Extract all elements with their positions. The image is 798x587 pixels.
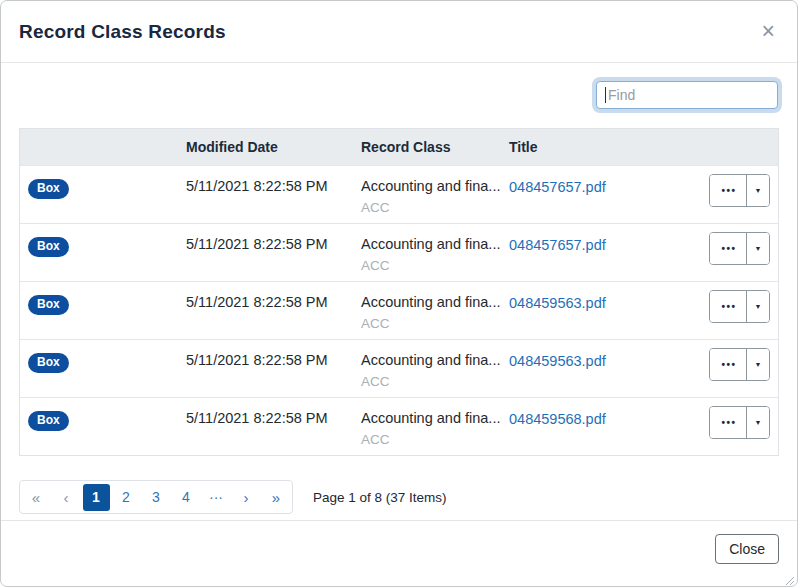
dialog-body: Modified Date Record Class Title Box 5/1… <box>1 63 797 520</box>
record-class-records-dialog: Record Class Records × Modified Date Rec… <box>0 0 798 587</box>
record-class-code: ACC <box>361 200 509 215</box>
ellipsis-icon: ••• <box>721 302 736 312</box>
page-info: Page 1 of 8 (37 Items) <box>313 490 447 505</box>
page-ellipsis-button[interactable]: ··· <box>203 484 230 511</box>
caret-down-icon: ▼ <box>755 361 762 368</box>
record-class-code: ACC <box>361 432 509 447</box>
table-row: Box 5/11/2021 8:22:58 PM Accounting and … <box>20 223 778 281</box>
document-link[interactable]: 048457657.pdf <box>509 237 606 253</box>
record-class-cell: Accounting and fina... ACC <box>361 294 509 331</box>
modified-date-cell: 5/11/2021 8:22:58 PM <box>186 410 361 426</box>
records-table: Modified Date Record Class Title Box 5/1… <box>19 128 779 456</box>
actions-dropdown-button[interactable]: ▼ <box>747 407 769 438</box>
dialog-header: Record Class Records × <box>1 1 797 63</box>
record-class-name: Accounting and fina... <box>361 178 509 194</box>
modified-date-cell: 5/11/2021 8:22:58 PM <box>186 178 361 194</box>
caret-down-icon: ▼ <box>755 303 762 310</box>
resize-grip-icon <box>783 574 795 586</box>
record-class-cell: Accounting and fina... ACC <box>361 352 509 389</box>
table-header-row: Modified Date Record Class Title <box>20 129 778 165</box>
actions-dropdown-button[interactable]: ▼ <box>747 291 769 322</box>
page-title: Record Class Records <box>19 21 226 43</box>
last-page-button[interactable]: » <box>263 484 290 511</box>
caret-down-icon: ▼ <box>755 419 762 426</box>
modified-date-cell: 5/11/2021 8:22:58 PM <box>186 236 361 252</box>
close-button[interactable]: Close <box>715 534 779 564</box>
record-class-name: Accounting and fina... <box>361 352 509 368</box>
pagination: « ‹ 1 2 3 4 ··· › » <box>19 480 293 514</box>
ellipsis-icon: ••• <box>721 244 736 254</box>
record-class-name: Accounting and fina... <box>361 294 509 310</box>
page-button-2[interactable]: 2 <box>113 484 140 511</box>
first-page-button[interactable]: « <box>23 484 50 511</box>
page-button-3[interactable]: 3 <box>143 484 170 511</box>
row-actions: ••• ▼ <box>709 174 770 207</box>
record-class-cell: Accounting and fina... ACC <box>361 236 509 273</box>
close-icon[interactable]: × <box>762 20 775 43</box>
record-class-name: Accounting and fina... <box>361 410 509 426</box>
row-actions: ••• ▼ <box>709 406 770 439</box>
dialog-footer: Close <box>1 520 797 586</box>
record-class-code: ACC <box>361 374 509 389</box>
modified-date-cell: 5/11/2021 8:22:58 PM <box>186 352 361 368</box>
record-class-name: Accounting and fina... <box>361 236 509 252</box>
ellipsis-icon: ••• <box>721 418 736 428</box>
text-caret <box>605 87 606 103</box>
more-actions-button[interactable]: ••• <box>710 349 747 380</box>
table-row: Box 5/11/2021 8:22:58 PM Accounting and … <box>20 281 778 339</box>
row-actions: ••• ▼ <box>709 232 770 265</box>
document-link[interactable]: 048459563.pdf <box>509 295 606 311</box>
modified-date-cell: 5/11/2021 8:22:58 PM <box>186 294 361 310</box>
record-class-code: ACC <box>361 258 509 273</box>
more-actions-button[interactable]: ••• <box>710 291 747 322</box>
page-button-4[interactable]: 4 <box>173 484 200 511</box>
record-class-code: ACC <box>361 316 509 331</box>
document-link[interactable]: 048459563.pdf <box>509 353 606 369</box>
box-badge: Box <box>28 179 69 199</box>
table-row: Box 5/11/2021 8:22:58 PM Accounting and … <box>20 339 778 397</box>
record-class-cell: Accounting and fina... ACC <box>361 410 509 447</box>
box-badge: Box <box>28 295 69 315</box>
row-actions: ••• ▼ <box>709 290 770 323</box>
column-header-title: Title <box>509 139 709 155</box>
find-input[interactable] <box>596 81 778 109</box>
actions-dropdown-button[interactable]: ▼ <box>747 349 769 380</box>
box-badge: Box <box>28 411 69 431</box>
caret-down-icon: ▼ <box>755 245 762 252</box>
table-row: Box 5/11/2021 8:22:58 PM Accounting and … <box>20 165 778 223</box>
more-actions-button[interactable]: ••• <box>710 233 747 264</box>
column-header-record-class: Record Class <box>361 139 509 155</box>
table-row: Box 5/11/2021 8:22:58 PM Accounting and … <box>20 397 778 455</box>
record-class-cell: Accounting and fina... ACC <box>361 178 509 215</box>
pagination-row: « ‹ 1 2 3 4 ··· › » Page 1 of 8 (37 Item… <box>19 480 779 514</box>
more-actions-button[interactable]: ••• <box>710 175 747 206</box>
find-input-wrapper <box>596 81 778 109</box>
ellipsis-icon: ••• <box>721 186 736 196</box>
resize-grip[interactable] <box>783 572 795 584</box>
prev-page-button[interactable]: ‹ <box>53 484 80 511</box>
actions-dropdown-button[interactable]: ▼ <box>747 233 769 264</box>
ellipsis-icon: ••• <box>721 360 736 370</box>
next-page-button[interactable]: › <box>233 484 260 511</box>
actions-dropdown-button[interactable]: ▼ <box>747 175 769 206</box>
document-link[interactable]: 048457657.pdf <box>509 179 606 195</box>
box-badge: Box <box>28 237 69 257</box>
caret-down-icon: ▼ <box>755 187 762 194</box>
document-link[interactable]: 048459568.pdf <box>509 411 606 427</box>
search-row <box>19 81 779 109</box>
row-actions: ••• ▼ <box>709 348 770 381</box>
page-button-1[interactable]: 1 <box>83 484 110 511</box>
box-badge: Box <box>28 353 69 373</box>
more-actions-button[interactable]: ••• <box>710 407 747 438</box>
column-header-modified-date: Modified Date <box>186 139 361 155</box>
